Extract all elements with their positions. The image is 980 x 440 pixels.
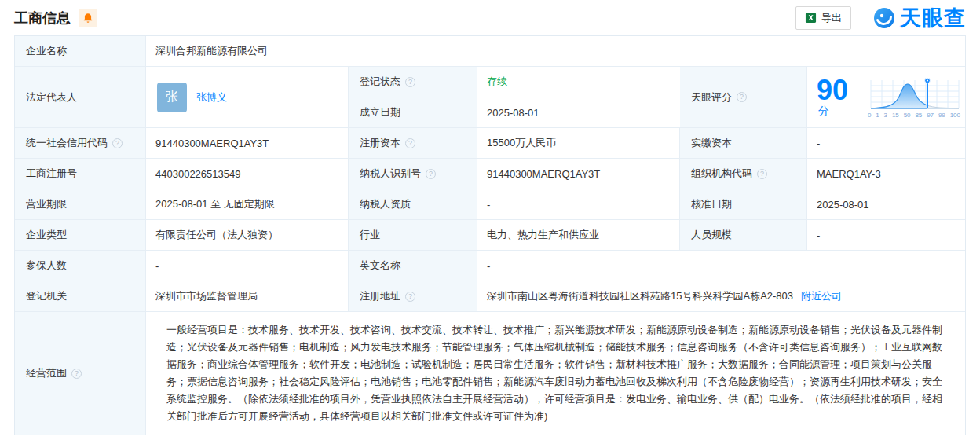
reg-address-cell: 深圳市南山区粤海街道科技园社区科苑路15号科兴科学园A栋A2-803 附近公司 [477,281,965,312]
export-label: 导出 [821,11,842,25]
staff-size-label: 人员规模 [680,220,807,251]
axis-tick: 99 [938,112,945,119]
help-icon[interactable] [737,92,747,102]
business-term-value: 2025-08-01 至 无固定期限 [146,189,349,220]
org-code-label-cell: 组织机构代码 [680,159,807,189]
taxpayer-id-value: 91440300MAERQ1AY3T [477,159,680,189]
approval-date-value: 2025-08-01 [807,189,965,220]
industry-label: 行业 [349,220,477,251]
excel-icon [805,12,817,24]
table-row: 参保人数 - 英文名称 - [15,251,965,281]
help-icon[interactable] [71,368,82,379]
score-label: 天眼评分 [691,90,732,104]
paid-capital-value: - [807,128,965,159]
reg-capital-label-cell: 注册资本 [349,128,477,159]
help-icon[interactable] [757,169,767,179]
table-row: 法定代表人 张 张博义 登记状态 存续 成立日期 2025-08-01 [15,67,965,128]
english-name-label: 英文名称 [349,251,477,281]
reg-status-value: 存续 [477,67,680,97]
establish-date-label: 成立日期 [349,97,477,128]
score-cell: 90分 [807,67,965,128]
legal-rep-cell: 张 张博义 [146,67,349,128]
company-name-label: 企业名称 [15,36,146,67]
business-info-table: 企业名称 深圳合邦新能源有限公司 法定代表人 张 张博义 登记状态 存续 成立日… [14,35,966,435]
english-name-value: - [477,251,965,281]
axis-tick: 97 [927,112,934,119]
approval-date-label: 核准日期 [680,189,807,220]
status-date-subgrid: 登记状态 存续 成立日期 2025-08-01 [349,67,680,128]
score-number: 90 [817,74,848,106]
export-button[interactable]: 导出 [795,6,851,30]
company-name-value: 深圳合邦新能源有限公司 [146,36,965,67]
reg-address-label-cell: 注册地址 [349,281,477,312]
reg-address-label: 注册地址 [360,289,400,303]
section-header: 工商信息 导出 [14,0,966,35]
legal-rep-link[interactable]: 张博义 [196,90,227,104]
score-distribution-chart: 0131550859799100 [868,76,960,119]
credit-code-label-cell: 统一社会信用代码 [15,128,146,159]
help-icon[interactable] [405,138,415,148]
taxpayer-id-label-cell: 纳税人识别号 [349,159,477,189]
legal-rep-label: 法定代表人 [15,67,146,128]
staff-size-value: - [807,220,965,251]
axis-tick: 100 [950,112,960,119]
business-scope-label: 经营范围 [26,366,67,380]
reg-status-label: 登记状态 [360,75,400,89]
table-row: 经营范围 一般经营项目是：技术服务、技术开发、技术咨询、技术交流、技术转让、技术… [15,312,965,434]
nearby-companies-link[interactable]: 附近公司 [801,289,842,303]
table-row: 工商注册号 440300226513549 纳税人识别号 91440300MAE… [15,159,965,189]
reg-authority-label: 登记机关 [15,281,146,312]
business-scope-label-cell: 经营范围 [15,312,146,434]
table-row: 企业名称 深圳合邦新能源有限公司 [15,36,965,67]
org-code-label: 组织机构代码 [691,167,752,181]
company-type-value: 有限责任公司（法人独资） [146,220,349,251]
org-code-value: MAERQ1AY-3 [807,159,965,189]
credit-code-label: 统一社会信用代码 [26,136,108,150]
company-type-label: 企业类型 [15,220,146,251]
page-title: 工商信息 [14,9,71,28]
business-info-panel: 工商信息 导出 [0,0,980,435]
help-icon[interactable] [112,138,122,148]
axis-tick: 3 [884,112,887,119]
industry-value: 电力、热力生产和供应业 [477,220,680,251]
taxpayer-qual-label: 纳税人资质 [349,189,477,220]
score-curve [868,76,960,111]
score-axis-ticks: 0131550859799100 [868,112,960,119]
taxpayer-id-label: 纳税人识别号 [360,167,421,181]
axis-tick: 50 [904,112,911,119]
score-label-cell: 天眼评分 [680,67,807,128]
taxpayer-qual-value: - [477,189,680,220]
establish-date-value: 2025-08-01 [477,97,680,128]
credit-code-value: 91440300MAERQ1AY3T [146,128,349,159]
bell-icon [82,13,93,24]
insured-count-value: - [146,251,349,281]
axis-tick: 85 [915,112,922,119]
tianyancha-logo-icon [873,7,895,29]
score-value: 90分 [817,76,860,119]
table-row: 营业期限 2025-08-01 至 无固定期限 纳税人资质 - 核准日期 202… [15,189,965,220]
table-row: 企业类型 有限责任公司（法人独资） 行业 电力、热力生产和供应业 人员规模 - [15,220,965,251]
reg-capital-label: 注册资本 [360,136,400,150]
table-row: 统一社会信用代码 91440300MAERQ1AY3T 注册资本 15500万人… [15,128,965,159]
business-term-label: 营业期限 [15,189,146,220]
paid-capital-label: 实缴资本 [680,128,807,159]
reg-number-value: 440300226513549 [146,159,349,189]
axis-tick: 15 [892,112,899,119]
insured-count-label: 参保人数 [15,251,146,281]
reg-address-value: 深圳市南山区粤海街道科技园社区科苑路15号科兴科学园A栋A2-803 [487,289,793,303]
axis-tick: 0 [868,112,871,119]
brand-name: 天眼查 [900,4,966,32]
axis-tick: 1 [876,112,879,119]
reg-status-label-cell: 登记状态 [349,67,477,97]
help-icon[interactable] [426,169,436,179]
help-icon[interactable] [405,77,415,87]
monitor-bell-button[interactable] [79,9,97,28]
business-scope-value: 一般经营项目是：技术服务、技术开发、技术咨询、技术交流、技术转让、技术推广；新兴… [155,312,957,434]
brand-logo[interactable]: 天眼查 [873,4,966,32]
avatar[interactable]: 张 [157,82,187,112]
help-icon[interactable] [405,292,415,302]
table-row: 登记机关 深圳市市场监督管理局 注册地址 深圳市南山区粤海街道科技园社区科苑路1… [15,281,965,312]
reg-authority-value: 深圳市市场监督管理局 [146,281,349,312]
reg-number-label: 工商注册号 [15,159,146,189]
reg-capital-value: 15500万人民币 [477,128,680,159]
